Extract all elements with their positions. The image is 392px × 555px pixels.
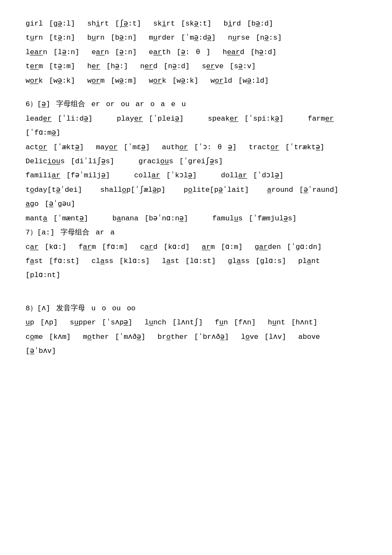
text-line-l18: [plɑ:nt] [26,269,366,282]
text-line-l13: ago [əˈgəu] [26,197,366,211]
main-content: girl [gə:l] shirt [ʃə:t] skirt [skə:t] b… [26,17,366,358]
text-line-l12: today[təˈdei] shallop[ˈʃæləp] polite[pəˈ… [26,183,366,197]
text-line-l21: come [kʌm] mother [ˈmʌðə] brother [ˈbrʌð… [26,330,366,344]
text-line-l10: Delicious [diˈliʃəs] gracious [ˈgreiʃəs] [26,155,366,168]
text-line-l11: familiar [fəˈmiljə] collar [ˈkɔlə] dolla… [26,169,366,182]
spacer [26,292,366,302]
spacer [26,88,366,98]
text-line-l14: manta [ˈmæntə] banana [bəˈnɑ:nə] famulus… [26,212,366,225]
text-line-l19: 8）[ʌ] 发音字母 u o ou oo [26,302,366,315]
text-line-l1: girl [gə:l] shirt [ʃə:t] skirt [skə:t] b… [26,17,366,30]
text-line-l22: [əˈbʌv] [26,344,366,358]
text-line-l15: 7）[a:] 字母组合 ar a [26,226,366,239]
text-line-l20: up [ʌp] supper [ˈsʌpə] lunch [lʌntʃ] fun… [26,316,366,329]
text-line-l6: 6）[ə] 字母组合 er or ou ar o a e u [26,98,366,111]
text-line-l7: leader [ˈli:də] player [ˈpleiə] speaker … [26,112,366,125]
text-line-l5: work [wə:k] worm [wə:m] work [wə:k] worl… [26,74,366,87]
text-line-l9: actor [ˈæktə] mayor [ˈmɛə] author [ˈɔ: θ… [26,141,366,154]
text-line-l17: fast [fɑ:st] class [klɑ:s] last [lɑ:st] … [26,254,366,268]
text-line-l4: term [tə:m] her [hə:] nerd [nə:d] serve … [26,60,366,73]
text-line-l16: car [kɑ:] farm [fɑ:m] card [kɑ:d] arm [ɑ… [26,240,366,254]
text-line-l2: turn [tə:n] burn [bə:n] murder [ˈmə:də] … [26,31,366,44]
text-line-l8: [ˈfɑ:mə] [26,126,366,139]
text-line-l3: learn [lə:n] earn [ə:n] earth [ə: θ ] he… [26,46,366,59]
spacer [26,283,366,292]
